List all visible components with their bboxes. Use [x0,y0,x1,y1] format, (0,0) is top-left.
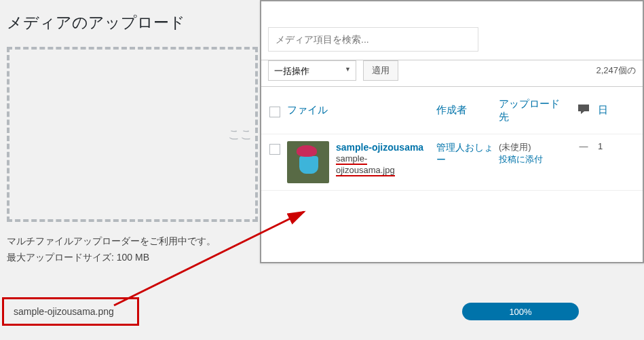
row-checkbox[interactable] [269,144,280,155]
item-count: 2,247個の [596,64,636,77]
apply-button[interactable]: 適用 [363,60,398,81]
media-library-panel: 一括操作 適用 2,247個の ファイル 作成者 アップロード先 日 sampl… [260,0,644,263]
attached-status: (未使用) [499,141,569,153]
upload-progress-row: sample-ojizousama.png 100% [2,297,640,326]
row-date: 1 [598,141,622,151]
table-row: sample-ojizousama sample- ojizousama.jpg… [261,134,643,191]
media-thumbnail[interactable] [287,141,329,183]
column-file[interactable]: ファイル [287,104,436,117]
author-link[interactable]: 管理人おしょー [436,142,493,165]
select-all-checkbox[interactable] [269,107,280,117]
search-input[interactable] [268,27,478,52]
media-filename: sample- ojizousama.jpg [336,153,423,176]
table-header-row: ファイル 作成者 アップロード先 日 [261,87,643,134]
upload-progress-value: 100% [509,307,531,317]
bulk-action-select[interactable]: 一括操作 [268,60,356,81]
upload-progress-bar: 100% [462,303,579,320]
comment-icon [577,102,590,116]
media-table: ファイル 作成者 アップロード先 日 sample-ojizousama sam… [261,86,643,191]
upload-dropzone[interactable]: ここ [7,47,258,222]
column-date[interactable]: 日 [598,104,622,117]
column-author[interactable]: 作成者 [436,104,499,117]
attach-to-post-link[interactable]: 投稿に添付 [499,154,543,164]
column-comments[interactable] [569,102,598,118]
column-attached[interactable]: アップロード先 [499,98,569,124]
dropzone-hint: ここ [228,126,252,143]
comments-count: — [569,141,598,151]
upload-filename: sample-ojizousama.png [2,297,139,326]
media-title-link[interactable]: sample-ojizousama [336,141,423,153]
